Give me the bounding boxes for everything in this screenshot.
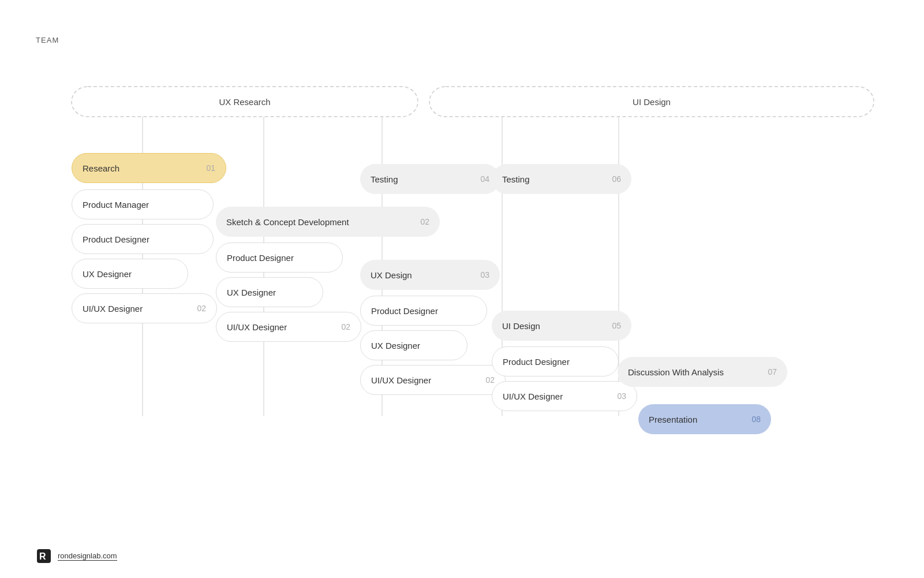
node-ui-design: UI Design 05 (492, 311, 631, 341)
node-testing-1: Testing 04 (360, 164, 500, 194)
node-product-designer-1: Product Designer (72, 224, 214, 254)
node-product-designer-2: Product Designer (216, 243, 343, 273)
header-ui-design: UI Design (429, 87, 874, 117)
node-research: Research 01 (72, 153, 226, 183)
node-uiux-designer-4: UI/UX Designer 03 (492, 381, 637, 411)
page-title: TEAM (36, 36, 59, 44)
node-ux-designer-3: UX Designer (360, 330, 467, 360)
header-ux-research-label: UX Research (219, 97, 270, 107)
logo-icon: R (36, 548, 52, 564)
svg-text:R: R (39, 551, 46, 561)
node-uiux-designer-3: UI/UX Designer 02 (360, 365, 506, 395)
node-presentation: Presentation 08 (638, 404, 771, 434)
node-ux-designer-1: UX Designer (72, 259, 188, 289)
node-product-designer-4: Product Designer (492, 346, 619, 376)
header-ui-design-label: UI Design (633, 97, 671, 107)
node-ux-designer-2: UX Designer (216, 277, 323, 307)
node-product-manager: Product Manager (72, 189, 214, 219)
node-uiux-designer-2: UI/UX Designer 02 (216, 312, 361, 342)
node-sketch: Sketch & Concept Development 02 (216, 207, 440, 237)
node-product-designer-3: Product Designer (360, 296, 487, 326)
node-discussion: Discussion With Analysis 07 (618, 357, 787, 387)
node-ux-design: UX Design 03 (360, 260, 500, 290)
footer-link[interactable]: rondesignlab.com (58, 551, 117, 561)
node-testing-2: Testing 06 (492, 164, 631, 194)
node-uiux-designer-1: UI/UX Designer 02 (72, 293, 217, 323)
header-ux-research: UX Research (72, 87, 418, 117)
footer: R rondesignlab.com (36, 548, 117, 564)
